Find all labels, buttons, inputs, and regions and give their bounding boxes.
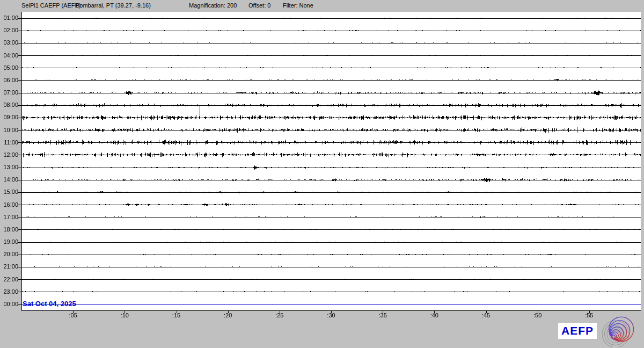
minute-label-50: :50 [527, 312, 548, 318]
hour-label-1700: 17:00 [1, 214, 18, 220]
hour-label-0500: 05:00 [1, 64, 18, 71]
hour-label-2100: 21:00 [1, 263, 18, 270]
hour-label-0700: 07:00 [1, 89, 18, 96]
hour-label-0900: 09:00 [1, 114, 18, 120]
hour-label-1500: 15:00 [1, 189, 18, 195]
hour-label-0200: 02:00 [1, 27, 18, 33]
brand-text: AEFP [561, 324, 594, 337]
hour-label-2300: 23:00 [1, 288, 18, 295]
minute-label-25: :25 [269, 312, 290, 318]
hour-label-1200: 12:00 [1, 151, 18, 158]
hour-label-2200: 22:00 [1, 276, 18, 282]
minute-label-5: :05 [62, 312, 84, 318]
minute-label-40: :40 [423, 312, 445, 318]
minute-label-20: :20 [217, 312, 239, 318]
seismogram-canvas[interactable] [18, 12, 644, 321]
hour-label-1400: 14:00 [1, 176, 18, 183]
minute-label-45: :45 [475, 312, 497, 318]
hour-label-1800: 18:00 [1, 226, 18, 233]
filter-label: Filter: None [283, 2, 313, 9]
hour-label-0300: 03:00 [1, 39, 18, 46]
hour-label-0100: 01:00 [1, 15, 18, 21]
hour-label-0800: 08:00 [1, 102, 18, 108]
minute-label-30: :30 [320, 312, 342, 318]
seismic-spiral-logo-icon [602, 316, 638, 347]
minute-label-10: :10 [114, 312, 135, 318]
minute-label-15: :15 [166, 312, 187, 318]
hour-label-1900: 19:00 [1, 238, 18, 245]
helicorder-app-window: SeiPi1 CAEFP (AEFP): Bombarral, PT (39.2… [0, 0, 644, 348]
hour-label-1600: 16:00 [1, 201, 18, 208]
hour-label-0000: 00:00 [1, 301, 18, 307]
offset-label: Offset: 0 [248, 2, 270, 9]
brand-badge: AEFP [558, 323, 597, 339]
hour-label-1300: 13:00 [1, 164, 18, 170]
hour-label-1100: 11:00 [1, 139, 18, 146]
app-title: SeiPi1 CAEFP (AEFP): [21, 2, 83, 9]
hour-label-0600: 06:00 [1, 77, 18, 83]
hour-label-0400: 04:00 [1, 52, 18, 59]
station-label: Bombarral, PT (39.27, -9.16) [76, 2, 151, 9]
magnification-label: Magnification: 200 [189, 2, 237, 9]
minute-label-35: :35 [372, 312, 393, 318]
hour-label-2000: 20:00 [1, 251, 18, 257]
hour-label-1000: 10:00 [1, 127, 18, 133]
minute-label-55: :55 [579, 312, 600, 318]
